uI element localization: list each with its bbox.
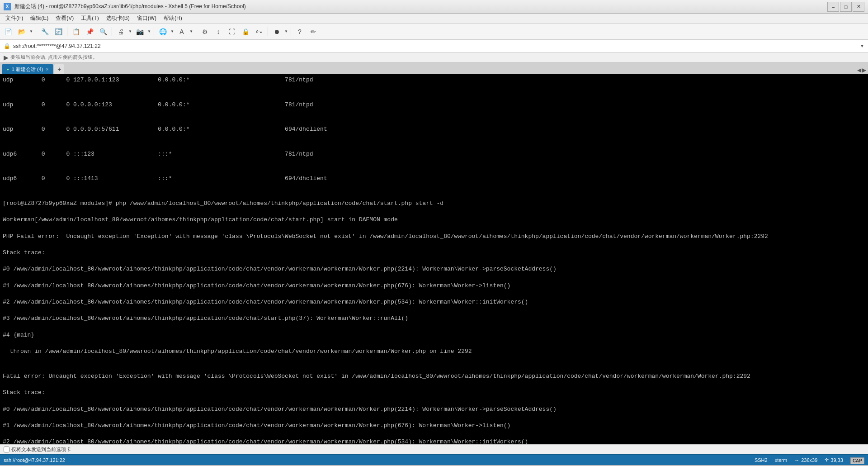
address-bar: 🔒 ssh://root:*********@47.94.37.121:22 ▼ — [0, 40, 868, 52]
menu-file[interactable]: 文件(F) — [2, 14, 27, 23]
compose-button[interactable]: ✏ — [307, 25, 320, 38]
send-to-tab-bar: 仅将文本发送到当前选项卡 — [0, 444, 868, 454]
status-size: ↔ 236x39 — [794, 457, 817, 463]
lock-icon: 🔒 — [4, 43, 10, 49]
address-dropdown[interactable]: ▼ — [860, 43, 864, 48]
title-bar-left: X 新建会话 (4) - root@iZ8727b9yp60xaZ:/usr/l… — [4, 3, 246, 10]
menu-bar: 文件(F) 编辑(E) 查看(V) 工具(T) 选项卡(B) 窗口(W) 帮助(… — [0, 14, 868, 24]
copy-button[interactable]: 📋 — [70, 25, 82, 38]
separator-4 — [154, 27, 154, 36]
separator-2 — [67, 27, 67, 36]
screenshot-button[interactable]: 📷 — [133, 25, 146, 38]
tab-nav-arrows: ◀ ▶ — [857, 67, 866, 73]
tab-label: 1 新建会话 (4) — [12, 66, 43, 73]
transfer-button[interactable]: ↕ — [212, 25, 225, 38]
separator-3 — [112, 27, 112, 36]
separator-1 — [36, 27, 36, 36]
active-tab[interactable]: ● 1 新建会话 (4) × — [2, 64, 53, 74]
menu-tools[interactable]: 工具(T) — [77, 14, 102, 23]
add-tab-button[interactable]: + — [54, 64, 64, 74]
refresh-button[interactable]: 🔄 — [52, 25, 65, 38]
fullscreen-button[interactable]: ⛶ — [226, 25, 238, 38]
key-button[interactable]: 🗝 — [253, 25, 265, 38]
separator-6 — [268, 27, 268, 36]
window-controls: – □ ✕ — [827, 2, 864, 12]
print-button[interactable]: 🖨 — [114, 25, 127, 38]
status-term: xterm — [775, 457, 788, 463]
size-icon: ↔ — [794, 457, 799, 463]
record-button[interactable]: ⏺ — [270, 25, 283, 38]
help-button[interactable]: ? — [293, 25, 306, 38]
tab-next-arrow[interactable]: ▶ — [862, 67, 866, 73]
info-arrow-icon[interactable]: ▶ — [4, 54, 9, 61]
app-icon: X — [4, 3, 11, 10]
menu-window[interactable]: 窗口(W) — [133, 14, 160, 23]
font-arrow[interactable]: ▼ — [189, 25, 193, 38]
cap-indicator: CAP — [850, 457, 864, 464]
plugin-button[interactable]: ⚙ — [198, 25, 211, 38]
send-to-tab-checkbox[interactable] — [4, 447, 9, 452]
font-button[interactable]: A — [175, 25, 188, 38]
menu-help[interactable]: 帮助(H) — [160, 14, 186, 23]
window-title: 新建会话 (4) - root@iZ8727b9yp60xaZ:/usr/lib… — [14, 3, 246, 10]
minimize-button[interactable]: – — [827, 2, 839, 12]
toolbar: 📄 📂 ▼ 🔧 🔄 📋 📌 🔍 🖨 ▼ 📷 ▼ 🌐 ▼ A ▼ ⚙ ↕ ⛶ 🔒 … — [0, 24, 868, 40]
menu-edit[interactable]: 编辑(E) — [27, 14, 52, 23]
lock-button[interactable]: 🔒 — [239, 25, 252, 38]
separator-7 — [291, 27, 291, 36]
close-button[interactable]: ✕ — [853, 2, 864, 12]
title-bar: X 新建会话 (4) - root@iZ8727b9yp60xaZ:/usr/l… — [0, 0, 868, 14]
open-arrow[interactable]: ▼ — [29, 25, 33, 38]
record-arrow[interactable]: ▼ — [284, 25, 288, 38]
globe-button[interactable]: 🌐 — [156, 25, 169, 38]
properties-button[interactable]: 🔧 — [38, 25, 51, 38]
globe-arrow[interactable]: ▼ — [170, 25, 175, 38]
screenshot-arrow[interactable]: ▼ — [147, 25, 151, 38]
tab-dot: ● — [7, 67, 9, 71]
tab-bar: ● 1 新建会话 (4) × + ◀ ▶ — [0, 62, 868, 74]
address-text: ssh://root:*********@47.94.37.121:22 — [13, 43, 857, 49]
new-session-button[interactable]: 📄 — [2, 25, 14, 38]
status-ssh: SSH2 — [755, 457, 768, 463]
send-to-tab-label: 仅将文本发送到当前选项卡 — [11, 446, 71, 453]
status-connection: ssh://root@47.94.37.121:22 — [4, 457, 751, 463]
search-button[interactable]: 🔍 — [97, 25, 109, 38]
separator-5 — [196, 27, 196, 36]
cursor-icon: ✛ — [825, 457, 829, 463]
status-cursor: ✛ 39,33 — [825, 457, 843, 463]
status-bar: ssh://root@47.94.37.121:22 SSH2 xterm ↔ … — [0, 454, 868, 465]
tab-close-button[interactable]: × — [46, 67, 49, 72]
status-right: SSH2 xterm ↔ 236x39 ✛ 39,33 1 会话 — [755, 456, 864, 463]
tab-prev-arrow[interactable]: ◀ — [857, 67, 861, 73]
print-arrow[interactable]: ▼ — [128, 25, 132, 38]
info-bar: ▶ 要添加当前会话, 点击左侧的箭头按钮。 — [0, 52, 868, 62]
terminal-output[interactable]: udp 0 0 127.0.0.1:123 0.0.0.0:* 781/ntpd… — [0, 74, 868, 444]
cap-area: CAP — [850, 455, 864, 466]
paste-button[interactable]: 📌 — [83, 25, 96, 38]
open-button[interactable]: 📂 — [15, 25, 28, 38]
menu-tab[interactable]: 选项卡(B) — [103, 14, 133, 23]
info-text: 要添加当前会话, 点击左侧的箭头按钮。 — [10, 54, 98, 61]
maximize-button[interactable]: □ — [840, 2, 852, 12]
menu-view[interactable]: 查看(V) — [52, 14, 77, 23]
